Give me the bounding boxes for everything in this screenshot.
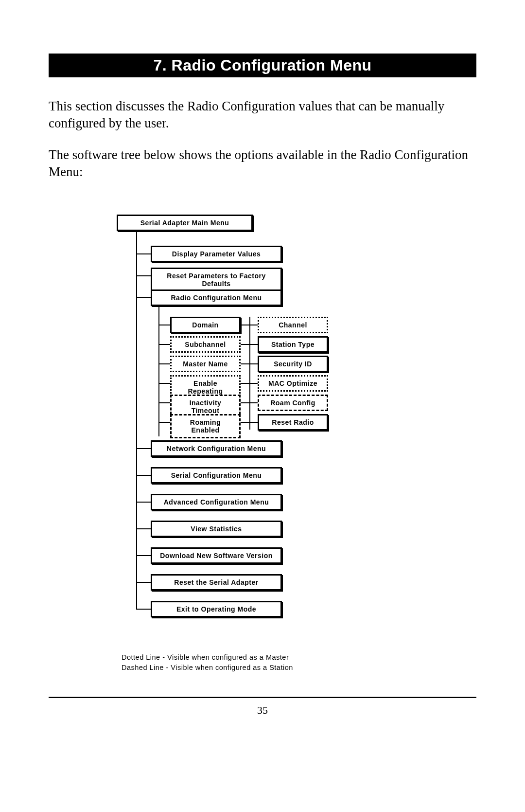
legend: Dotted Line - Visible when configured as… bbox=[122, 652, 476, 672]
node-macoptimize: MAC Optimize bbox=[258, 375, 328, 392]
node-resetradio: Reset Radio bbox=[258, 414, 328, 431]
node-network: Network Configuration Menu bbox=[151, 440, 282, 457]
node-resetadapter: Reset the Serial Adapter bbox=[151, 574, 282, 591]
legend-dashed: Dashed Line - Visible when configured as… bbox=[122, 663, 476, 672]
node-root: Serial Adapter Main Menu bbox=[117, 215, 253, 231]
node-subchannel: Subchannel bbox=[170, 336, 241, 353]
node-reset: Reset Parameters to Factory Defaults bbox=[151, 268, 282, 292]
node-download: Download New Software Version bbox=[151, 547, 282, 564]
connector-hline bbox=[158, 402, 170, 403]
connector-hline bbox=[158, 325, 170, 325]
node-mastername: Master Name bbox=[170, 356, 241, 372]
connector-hline bbox=[136, 555, 151, 556]
intro-paragraph-2: The software tree below shows the option… bbox=[49, 146, 476, 180]
connector-hline bbox=[136, 582, 151, 583]
software-tree: Serial Adapter Main Menu Display Paramet… bbox=[117, 215, 476, 623]
connector-hline bbox=[136, 297, 151, 298]
node-roamingenabled: Roaming Enabled bbox=[170, 414, 241, 438]
connector-hline bbox=[158, 383, 170, 384]
node-securityid: Security ID bbox=[258, 356, 328, 372]
connector-hline bbox=[136, 253, 151, 254]
section-heading: 7. Radio Configuration Menu bbox=[49, 54, 476, 77]
connector-hline bbox=[136, 275, 151, 276]
connector-hline bbox=[136, 528, 151, 529]
connector-vline bbox=[249, 317, 250, 430]
intro-paragraph-1: This section discusses the Radio Configu… bbox=[49, 98, 476, 132]
node-radio: Radio Configuration Menu bbox=[151, 289, 282, 306]
page-container: 7. Radio Configuration Menu This section… bbox=[0, 0, 525, 746]
connector-hline bbox=[136, 475, 151, 476]
connector-hline bbox=[136, 448, 151, 449]
footer-rule bbox=[49, 697, 476, 698]
connector-hline bbox=[158, 422, 170, 423]
node-channel: Channel bbox=[258, 317, 328, 333]
connector-vline bbox=[158, 306, 159, 436]
node-display: Display Parameter Values bbox=[151, 246, 282, 262]
connector-hline bbox=[158, 363, 170, 364]
node-stationtype: Station Type bbox=[258, 336, 328, 353]
node-roamconfig: Roam Config bbox=[258, 395, 328, 411]
node-advanced: Advanced Configuration Menu bbox=[151, 494, 282, 510]
node-domain: Domain bbox=[170, 317, 241, 333]
connector-hline bbox=[136, 502, 151, 503]
legend-dotted: Dotted Line - Visible when configured as… bbox=[122, 652, 476, 662]
page-number: 35 bbox=[49, 704, 476, 717]
node-serial: Serial Configuration Menu bbox=[151, 467, 282, 484]
node-stats: View Statistics bbox=[151, 521, 282, 537]
connector-vline bbox=[136, 231, 137, 609]
connector-hline bbox=[136, 609, 151, 610]
connector-hline bbox=[158, 344, 170, 345]
node-exit: Exit to Operating Mode bbox=[151, 601, 282, 617]
